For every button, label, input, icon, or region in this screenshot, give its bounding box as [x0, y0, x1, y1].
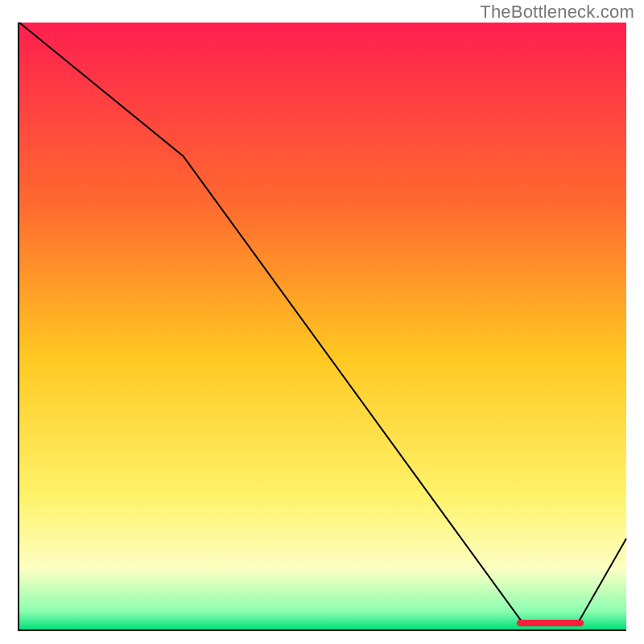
chart-series-curve — [19, 23, 626, 623]
chart-area — [18, 23, 626, 631]
chart-line-layer — [19, 23, 626, 630]
chart-optimum-marker — [517, 620, 584, 626]
watermark-text: TheBottleneck.com — [480, 2, 634, 23]
